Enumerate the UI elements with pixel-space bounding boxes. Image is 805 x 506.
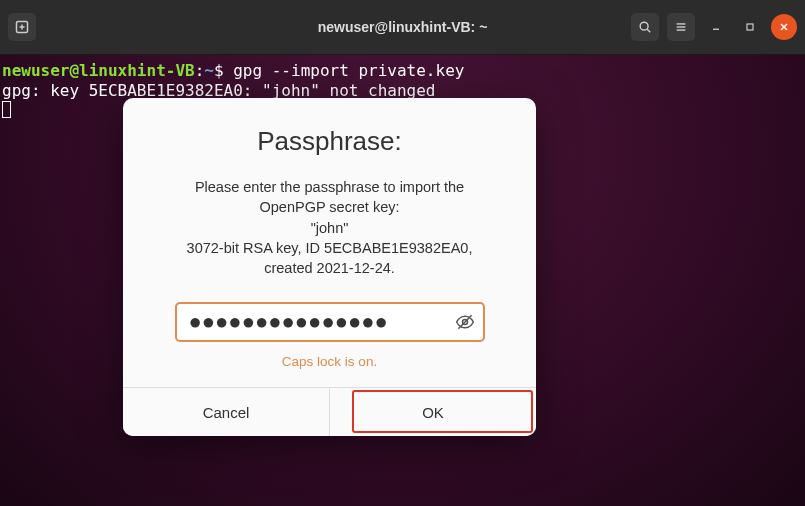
terminal-colon: :: [195, 61, 205, 80]
password-field-wrap: [175, 302, 485, 342]
titlebar: newuser@linuxhint-VB: ~: [0, 0, 805, 55]
dialog-line4: 3072-bit RSA key, ID 5ECBABE1E9382EA0,: [147, 238, 512, 258]
svg-line-4: [647, 29, 650, 32]
ok-button[interactable]: OK: [330, 388, 536, 436]
minimize-icon: [710, 21, 722, 33]
terminal-cursor: [2, 101, 11, 118]
dialog-title: Passphrase:: [147, 126, 512, 157]
terminal-user-host: newuser@linuxhint-VB: [2, 61, 195, 80]
maximize-button[interactable]: [737, 14, 763, 40]
dialog-line2: OpenPGP secret key:: [147, 197, 512, 217]
maximize-icon: [744, 21, 756, 33]
new-tab-icon: [14, 19, 30, 35]
minimize-button[interactable]: [703, 14, 729, 40]
dialog-line3: "john": [147, 218, 512, 238]
dialog-line5: created 2021-12-24.: [147, 258, 512, 278]
terminal-path: ~: [204, 61, 214, 80]
caps-lock-warning: Caps lock is on.: [147, 354, 512, 369]
hamburger-icon: [674, 20, 688, 34]
passphrase-dialog: Passphrase: Please enter the passphrase …: [123, 98, 536, 436]
dialog-line1: Please enter the passphrase to import th…: [147, 177, 512, 197]
close-icon: [778, 21, 790, 33]
dialog-footer: Cancel OK: [123, 387, 536, 436]
dialog-message: Please enter the passphrase to import th…: [147, 177, 512, 278]
search-button[interactable]: [631, 13, 659, 41]
window-title: newuser@linuxhint-VB: ~: [318, 19, 488, 35]
new-tab-button[interactable]: [8, 13, 36, 41]
toggle-visibility-button[interactable]: [455, 312, 475, 332]
svg-point-3: [640, 22, 648, 30]
menu-button[interactable]: [667, 13, 695, 41]
terminal-prompt: $: [214, 61, 233, 80]
search-icon: [638, 20, 652, 34]
titlebar-right: [631, 13, 797, 41]
passphrase-input[interactable]: [175, 302, 485, 342]
terminal-command: gpg --import private.key: [233, 61, 464, 80]
titlebar-left: [8, 13, 36, 41]
svg-rect-9: [747, 24, 753, 30]
close-button[interactable]: [771, 14, 797, 40]
cancel-button[interactable]: Cancel: [123, 388, 330, 436]
eye-hidden-icon: [455, 312, 475, 332]
dialog-body: Passphrase: Please enter the passphrase …: [123, 98, 536, 387]
